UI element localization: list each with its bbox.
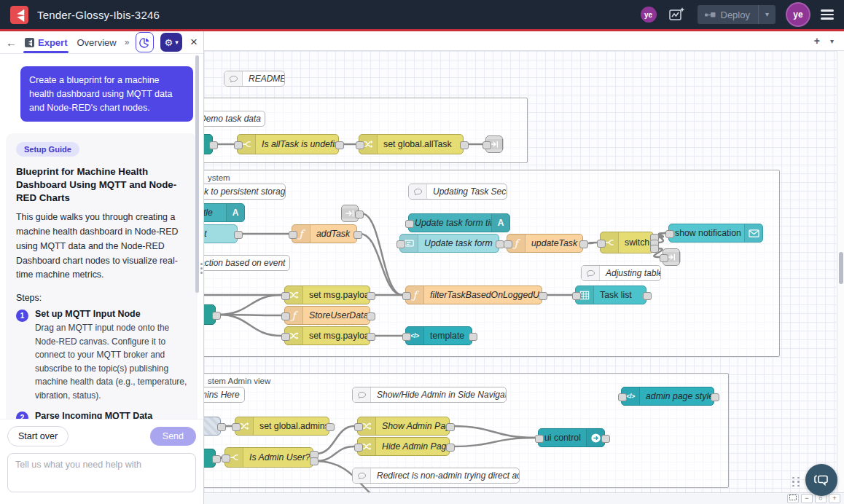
zoom-out-button[interactable]: − bbox=[801, 494, 813, 503]
flow-node-switch[interactable]: switch bbox=[600, 232, 654, 253]
comment-node-demo-task-data[interactable]: Demo task data bbox=[204, 111, 265, 127]
flow-node-rm-title[interactable]: rm titleA bbox=[204, 203, 245, 222]
input-port[interactable] bbox=[232, 423, 241, 431]
input-port[interactable] bbox=[618, 393, 627, 401]
input-port[interactable] bbox=[660, 254, 668, 262]
flow-node-set-msg-payload[interactable]: set msg.payload bbox=[284, 326, 370, 345]
input-port[interactable] bbox=[402, 333, 411, 341]
output-port[interactable] bbox=[643, 292, 652, 300]
output-port[interactable] bbox=[326, 423, 335, 431]
flow-node-task-list[interactable]: Task list bbox=[575, 286, 646, 304]
flow-node-filtertaskbasedonloggeduser[interactable]: ƒfilterTaskBasedOnLoggedUser bbox=[405, 286, 542, 304]
vscrollbar-thumb[interactable] bbox=[839, 252, 843, 284]
input-port[interactable] bbox=[572, 292, 581, 300]
navigator-button[interactable] bbox=[787, 494, 799, 503]
input-port[interactable] bbox=[665, 230, 674, 238]
comment-node-mins-here[interactable]: mins Here bbox=[204, 387, 245, 403]
usage-chart-button[interactable] bbox=[136, 32, 154, 52]
settings-dropdown-button[interactable]: ⚙ ▾ bbox=[160, 33, 182, 52]
flow-node-node[interactable] bbox=[204, 134, 213, 154]
flow-node-update-task-form[interactable]: Update task form bbox=[399, 234, 499, 253]
panel-scrollbar[interactable] bbox=[195, 55, 199, 293]
flow-node-set-msg-payload[interactable]: set msg.payload bbox=[284, 286, 370, 304]
flow-node-node[interactable] bbox=[341, 205, 359, 222]
comment-node-redirect-is-non-admin-trying-direct-access[interactable]: Redirect is non-admin trying direct acce… bbox=[352, 468, 520, 484]
flow-node-admin-page-style[interactable]: </>admin page style bbox=[621, 387, 714, 406]
input-port[interactable] bbox=[289, 231, 297, 239]
tab-expert[interactable]: Expert bbox=[23, 31, 69, 53]
input-port[interactable] bbox=[356, 141, 364, 149]
start-over-button[interactable]: Start over bbox=[7, 426, 69, 446]
flow-node-is-alltask-is-undefined[interactable]: Is allTask is undefined bbox=[237, 134, 339, 154]
input-port[interactable] bbox=[396, 240, 405, 248]
input-port[interactable] bbox=[281, 292, 290, 300]
input-port[interactable] bbox=[482, 141, 491, 149]
output-port[interactable] bbox=[711, 393, 719, 401]
avatar-user[interactable]: ye bbox=[787, 4, 809, 25]
output-port[interactable] bbox=[234, 231, 243, 239]
deploy-button[interactable]: Deploy ▾ bbox=[698, 5, 776, 24]
flow-node-set-global-admins[interactable]: set global.admins bbox=[235, 417, 329, 436]
input-port[interactable] bbox=[402, 292, 411, 300]
zoom-in-button[interactable]: + bbox=[829, 494, 840, 503]
output-port[interactable] bbox=[367, 333, 375, 341]
tab-overview[interactable]: Overview bbox=[75, 31, 117, 53]
add-flow-button[interactable]: + bbox=[814, 35, 820, 47]
input-port[interactable] bbox=[504, 240, 512, 248]
output-port[interactable] bbox=[212, 455, 221, 463]
output-port[interactable] bbox=[469, 333, 477, 341]
help-input[interactable] bbox=[7, 453, 196, 492]
comment-node-readme[interactable]: README bbox=[224, 71, 285, 87]
output-port[interactable] bbox=[367, 292, 375, 300]
back-button[interactable]: ← bbox=[6, 36, 17, 49]
output-port[interactable] bbox=[539, 292, 547, 300]
chat-fab-button[interactable] bbox=[805, 464, 837, 496]
flow-node-node[interactable] bbox=[485, 135, 503, 153]
comment-node-show-hide-admin-in-side-navigation[interactable]: Show/Hide Admin in Side Navigation bbox=[352, 387, 507, 403]
output-port[interactable] bbox=[601, 435, 610, 443]
flow-node-node[interactable] bbox=[204, 417, 221, 436]
input-port[interactable] bbox=[222, 454, 230, 462]
flow-node-update-task-form-title[interactable]: Update task form titleA bbox=[408, 213, 510, 232]
send-button[interactable]: Send bbox=[150, 427, 196, 446]
input-port[interactable] bbox=[405, 220, 414, 228]
output-port[interactable] bbox=[209, 141, 218, 149]
output-port[interactable] bbox=[650, 245, 659, 253]
avatar-small[interactable]: ye bbox=[641, 7, 657, 23]
output-port[interactable] bbox=[446, 444, 455, 452]
input-port[interactable] bbox=[281, 333, 290, 341]
input-port[interactable] bbox=[354, 423, 363, 431]
fab-drag-handle[interactable] bbox=[792, 477, 800, 487]
flow-node-ui-control[interactable]: ui control bbox=[538, 428, 605, 447]
flow-node-updatetask[interactable]: ƒupdateTask bbox=[507, 234, 583, 253]
workspace-vscrollbar[interactable] bbox=[837, 51, 844, 492]
flow-node-show-admin-page[interactable]: Show Admin Page bbox=[357, 417, 450, 436]
flow-node-storeuserdata[interactable]: ƒStoreUserData bbox=[284, 306, 370, 325]
input-port[interactable] bbox=[597, 240, 606, 248]
input-port[interactable] bbox=[234, 141, 243, 149]
flow-node-addtask[interactable]: ƒaddTask bbox=[292, 224, 357, 243]
comment-node-updating-task-securely[interactable]: Updating Task Securely bbox=[408, 184, 507, 200]
flow-workspace[interactable]: ystemstem Admin view README Demo task da… bbox=[204, 51, 837, 492]
output-port[interactable] bbox=[212, 312, 221, 320]
flow-node-node[interactable] bbox=[204, 304, 216, 325]
flow-node-node[interactable] bbox=[663, 248, 680, 266]
flow-node-is-admin-user[interactable]: Is Admin User? bbox=[224, 447, 313, 468]
output-port[interactable] bbox=[460, 141, 469, 149]
output-port[interactable] bbox=[355, 210, 364, 218]
flow-node-ticket[interactable]: ticket bbox=[204, 224, 238, 243]
hamburger-menu-icon[interactable] bbox=[821, 9, 834, 20]
output-port[interactable] bbox=[579, 240, 588, 248]
deploy-caret-icon[interactable]: ▾ bbox=[758, 5, 775, 24]
panel-resize-grip[interactable] bbox=[200, 263, 203, 274]
flow-node-node[interactable] bbox=[204, 449, 216, 468]
ai-assistant-icon[interactable] bbox=[668, 6, 686, 23]
comment-node-adjusting-table[interactable]: Adjusting table bbox=[581, 265, 661, 281]
flow-list-caret-icon[interactable]: ▾ bbox=[830, 37, 834, 45]
input-port[interactable] bbox=[535, 435, 544, 443]
comment-node-action-based-on-event[interactable]: action based on event bbox=[204, 255, 290, 271]
output-port[interactable] bbox=[335, 141, 344, 149]
flow-node-template[interactable]: </>template bbox=[405, 326, 472, 345]
output-port[interactable] bbox=[353, 231, 362, 239]
output-port[interactable] bbox=[446, 423, 455, 431]
